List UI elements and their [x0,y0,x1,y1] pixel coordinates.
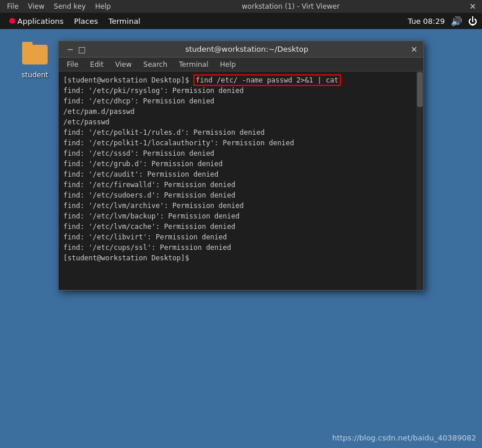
volume-icon[interactable]: 🔊 [451,16,462,27]
virt-viewer-file-menu[interactable]: File [2,1,23,12]
taskbar-right: Tue 08:29 🔊 ⏻ [408,16,477,27]
virt-viewer-menubar: File View Send key Help workstation (1) … [0,0,482,13]
taskbar: Applications Places Terminal Tue 08:29 🔊… [0,13,482,29]
places-menu[interactable]: Places [69,16,102,27]
watermark: https://blog.csdn.net/baidu_40389082 [332,433,476,442]
terminal-edit-menu[interactable]: Edit [85,59,108,70]
taskbar-time: Tue 08:29 [408,17,445,26]
terminal-close-button[interactable]: ✕ [409,45,419,54]
terminal-menubar: File Edit View Search Terminal Help [59,58,423,71]
terminal-scrollbar[interactable] [416,71,423,290]
terminal-command: find /etc/ -name passwd 2>&1 | cat [193,74,341,86]
terminal-file-menu[interactable]: File [62,59,83,70]
terminal-menu[interactable]: Terminal [104,16,145,27]
terminal-minimize-button[interactable]: ─ [66,45,75,54]
terminal-label: Terminal [109,17,141,26]
virt-viewer-close-button[interactable]: ✕ [466,2,480,11]
folder-icon [21,41,49,69]
power-icon[interactable]: ⏻ [468,16,477,27]
taskbar-left: Applications Places Terminal [5,16,145,27]
terminal-search-menu[interactable]: Search [139,59,172,70]
terminal-prompt-1: [student@workstation Desktop]$ [63,76,193,84]
terminal-maximize-button[interactable]: □ [77,45,87,54]
terminal-body[interactable]: [student@workstation Desktop]$ find /etc… [59,71,423,290]
terminal-titlebar: ─ □ student@workstation:~/Desktop ✕ [59,41,423,58]
terminal-scrollbar-thumb [417,72,423,107]
terminal-terminal-menu[interactable]: Terminal [174,59,213,70]
applications-menu[interactable]: Applications [5,16,68,27]
applications-dot [9,18,15,24]
terminal-title: student@workstation:~/Desktop [87,45,407,53]
terminal-window: ─ □ student@workstation:~/Desktop ✕ File… [58,41,424,291]
applications-label: Applications [17,17,63,26]
watermark-text: https://blog.csdn.net/baidu_40389082 [332,433,476,442]
terminal-content: [student@workstation Desktop]$ find /etc… [63,75,419,263]
virt-viewer-help-menu[interactable]: Help [91,1,116,12]
virt-viewer-title: workstation (1) - Virt Viewer [116,2,466,10]
virt-viewer-view-menu[interactable]: View [23,1,49,12]
terminal-view-menu[interactable]: View [110,59,136,70]
desktop: student Trash ─ □ student@workstat [0,29,482,448]
places-label: Places [74,17,98,26]
terminal-help-menu[interactable]: Help [215,59,240,70]
desktop-icon-student[interactable]: student [12,41,58,79]
student-icon-label: student [21,71,48,79]
virt-viewer-sendkey-menu[interactable]: Send key [49,1,91,12]
